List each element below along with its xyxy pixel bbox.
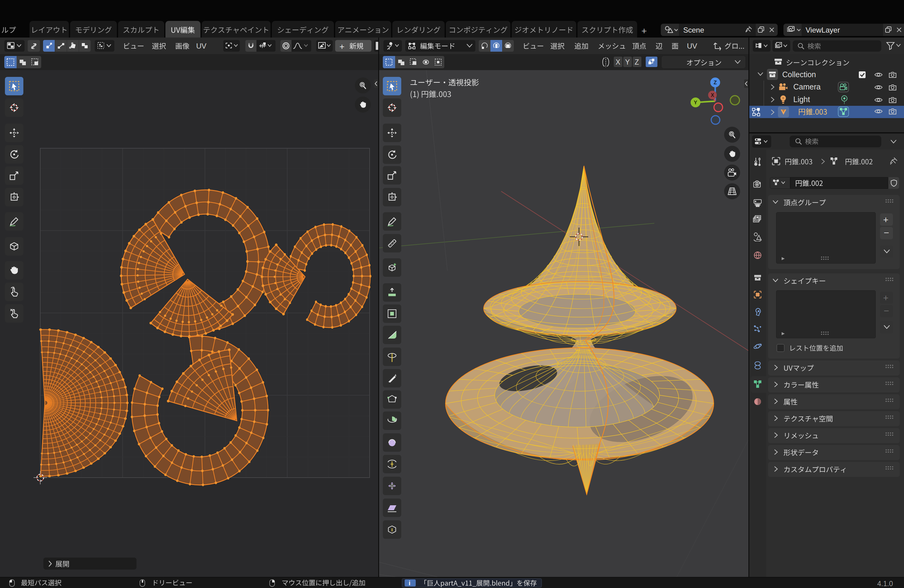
svg-text:Y: Y bbox=[694, 100, 697, 106]
svg-text:X: X bbox=[711, 93, 714, 98]
svg-text:Z: Z bbox=[714, 80, 717, 85]
